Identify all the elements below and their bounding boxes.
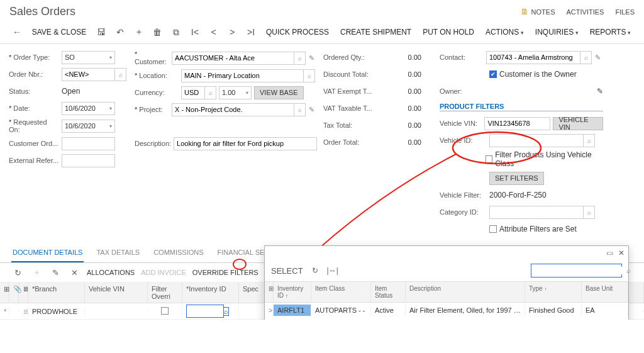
order-nbr-input[interactable]: [62, 68, 115, 81]
notes-link[interactable]: 🗎NOTES: [521, 7, 555, 16]
customer-owner-label: Customer is the Owner: [499, 70, 577, 79]
vehicle-id-input[interactable]: [489, 134, 584, 147]
delete-row-icon[interactable]: ✕: [68, 268, 80, 277]
tab-tax-details[interactable]: TAX DETAILS: [95, 244, 141, 262]
tab-commissions[interactable]: COMMISSIONS: [152, 244, 204, 262]
override-filters-link[interactable]: OVERRIDE FILTERS: [192, 269, 258, 276]
project-label: Project:: [135, 106, 169, 113]
inventory-id-cell-input[interactable]: [186, 305, 224, 318]
col-vehicle-vin[interactable]: Vehicle VIN: [85, 283, 148, 303]
edit-icon[interactable]: ✎: [306, 52, 317, 65]
vehicle-filter-label: Vehicle Filter:: [440, 191, 487, 199]
refresh-icon[interactable]: ↻: [312, 266, 318, 275]
col-item-status[interactable]: Item Status: [371, 282, 406, 302]
add-row-icon[interactable]: ＋: [30, 267, 43, 278]
search-icon[interactable]: ⌕: [205, 86, 216, 99]
search-icon[interactable]: ⌕: [294, 103, 306, 116]
attr-filters-checkbox[interactable]: [489, 225, 497, 233]
rate-select[interactable]: 1.00: [219, 86, 252, 99]
save-icon[interactable]: 🖫: [94, 25, 109, 40]
cell-vin[interactable]: [85, 310, 148, 313]
reports-menu[interactable]: REPORTS: [586, 25, 635, 39]
search-icon[interactable]: ⌕: [584, 134, 595, 147]
cell-branch[interactable]: PRODWHOLE: [28, 306, 85, 317]
activities-link[interactable]: ACTIVITIES: [567, 7, 604, 16]
search-icon[interactable]: ⌕: [584, 206, 595, 219]
customer-ord-input[interactable]: [62, 137, 115, 150]
vehicle-filter-value: 2000-Ford-F-250: [489, 191, 547, 199]
search-icon[interactable]: ⌕: [115, 68, 126, 81]
col-inventory-id[interactable]: Inventory ID ↑: [274, 282, 311, 302]
actions-menu[interactable]: ACTIONS: [482, 25, 528, 39]
edit-icon[interactable]: ✎: [597, 87, 603, 96]
set-filters-button[interactable]: SET FILTERS: [489, 172, 544, 185]
col-type[interactable]: Type ↑: [525, 282, 582, 302]
col-note: 🗎: [19, 283, 28, 303]
col-item-class[interactable]: Item Class: [311, 282, 371, 302]
cell-filter-override-checkbox[interactable]: [161, 307, 169, 315]
col-inventory-id[interactable]: *Inventory ID: [182, 283, 239, 303]
col-base-unit[interactable]: Base Unit: [582, 282, 628, 302]
back-icon[interactable]: ←: [9, 25, 25, 40]
col-branch[interactable]: *Branch: [28, 283, 85, 303]
ordered-qty-value: 0.00: [377, 53, 421, 61]
copy-icon[interactable]: ⧉: [169, 25, 184, 40]
vehicle-vin-input[interactable]: [484, 117, 550, 130]
add-icon[interactable]: ＋: [131, 25, 147, 40]
location-input[interactable]: [181, 69, 304, 82]
vehicle-vin-button[interactable]: VEHICLE VIN: [553, 117, 603, 130]
last-icon[interactable]: >I: [243, 25, 258, 40]
vat-taxable-value: 0.00: [377, 104, 421, 112]
fit-columns-icon[interactable]: |↔|: [327, 266, 338, 275]
inquiries-menu[interactable]: INQUIRIES: [531, 25, 582, 39]
category-id-label: Category ID:: [440, 208, 487, 216]
currency-input[interactable]: [181, 86, 205, 99]
col-description[interactable]: Description: [406, 282, 525, 302]
filter-class-label: Filter Products Using Vehicle Class: [495, 150, 603, 168]
project-input[interactable]: [172, 103, 294, 116]
tax-total-label: Tax Total:: [323, 121, 375, 129]
filter-class-checkbox[interactable]: [486, 155, 492, 163]
maximize-icon[interactable]: ▭: [606, 249, 613, 257]
prev-icon[interactable]: <: [206, 25, 221, 40]
save-close-button[interactable]: SAVE & CLOSE: [28, 25, 90, 39]
create-shipment-button[interactable]: CREATE SHIPMENT: [336, 25, 415, 39]
category-id-input[interactable]: [489, 206, 584, 219]
files-link[interactable]: FILES: [615, 7, 635, 16]
search-icon[interactable]: ⌕: [623, 266, 634, 275]
search-icon[interactable]: ⌕: [294, 52, 306, 65]
undo-icon[interactable]: ↶: [113, 25, 128, 40]
description-label: Description:: [135, 140, 171, 147]
search-icon[interactable]: ⌕: [304, 69, 315, 82]
edit-icon[interactable]: ✎: [306, 103, 317, 116]
edit-row-icon[interactable]: ✎: [49, 268, 62, 277]
date-label: Date:: [9, 104, 59, 112]
next-icon[interactable]: >: [225, 25, 240, 40]
external-ref-input[interactable]: [62, 154, 115, 167]
order-type-select[interactable]: SO: [62, 51, 115, 64]
search-icon[interactable]: ⌕: [224, 307, 229, 316]
col-marker: ⊞: [265, 282, 274, 302]
allocations-link[interactable]: ALLOCATIONS: [87, 269, 135, 276]
delete-icon[interactable]: 🗑: [150, 25, 165, 40]
quick-process-button[interactable]: QUICK PROCESS: [262, 25, 333, 39]
refresh-icon[interactable]: ↻: [11, 268, 24, 277]
customer-input[interactable]: [172, 52, 294, 65]
contact-input[interactable]: [486, 51, 580, 64]
col-filter-override[interactable]: Filter Overri: [148, 283, 182, 303]
description-input[interactable]: [174, 137, 317, 150]
popup-search-input[interactable]: ⌕: [531, 264, 622, 277]
lookup-row[interactable]: > AIRFLT1 AUTOPARTS - - Active Air Filte…: [265, 303, 628, 318]
page-title: Sales Orders: [9, 5, 75, 18]
status-value: Open: [62, 87, 80, 96]
put-on-hold-button[interactable]: PUT ON HOLD: [419, 25, 478, 39]
view-base-button[interactable]: VIEW BASE: [254, 86, 304, 99]
first-icon[interactable]: I<: [187, 25, 203, 40]
edit-icon[interactable]: ✎: [592, 51, 603, 64]
search-icon[interactable]: ⌕: [580, 51, 592, 64]
tab-document-details[interactable]: DOCUMENT DETAILS: [11, 244, 84, 262]
customer-owner-checkbox[interactable]: ✔: [489, 70, 497, 78]
date-picker[interactable]: 10/6/2020: [62, 102, 115, 115]
close-icon[interactable]: ✕: [618, 249, 625, 257]
requested-on-picker[interactable]: 10/6/2020: [62, 120, 115, 133]
